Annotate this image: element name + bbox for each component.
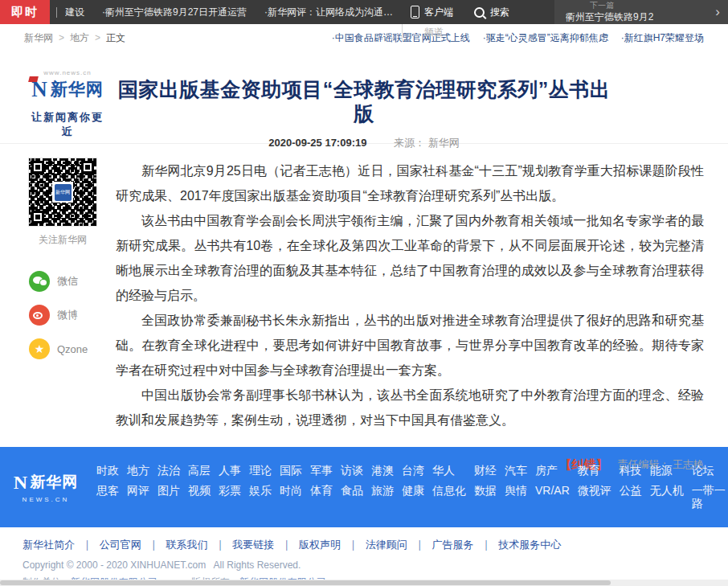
footer-nav-column: 时政思客: [96, 464, 119, 510]
site-logo[interactable]: www.news.cn N 新华网 让新闻离你更近: [26, 69, 109, 139]
footer-link-separator: ｜: [149, 538, 159, 552]
footer-link-separator: ｜: [415, 538, 425, 552]
footer-link[interactable]: 法律顾问: [366, 538, 407, 552]
horizontal-scrollbar-thumb[interactable]: [0, 580, 611, 585]
footer-logo-mark: N 新华网: [13, 472, 79, 494]
footer-nav-link[interactable]: 数据: [474, 484, 497, 498]
paragraph: 该丛书由中国教育学会副会长周洪宇领衔主编，汇聚了国内外教育相关领域一批知名专家学…: [116, 208, 704, 308]
footer-nav-link[interactable]: 理论: [249, 464, 272, 477]
divider: [56, 7, 57, 18]
footer-nav-column: 法治图片: [157, 464, 180, 510]
footer-nav-link[interactable]: 体育: [310, 484, 333, 498]
footer-nav-link[interactable]: 图片: [157, 484, 180, 498]
next-article-label: 下一篇: [590, 1, 653, 11]
client-label: 客户端: [424, 6, 453, 19]
next-article-title: 衢州至宁德铁路9月2: [566, 11, 653, 23]
ticker-item[interactable]: 建设: [65, 6, 84, 19]
footer-nav-column: 地方网评: [127, 464, 149, 510]
live-badge[interactable]: 即时: [0, 0, 50, 24]
footer-nav-link[interactable]: 食品: [341, 484, 363, 498]
footer-nav-link[interactable]: 汽车: [505, 464, 527, 477]
footer-nav-column: 理论娱乐: [249, 464, 272, 510]
footer-nav-link[interactable]: 视频: [188, 484, 211, 498]
footer-nav-link[interactable]: 健康: [402, 484, 424, 498]
footer-nav-link[interactable]: 论坛: [692, 464, 726, 477]
footer-nav-link[interactable]: 网评: [127, 484, 149, 498]
client-button[interactable]: 客户端: [411, 6, 453, 19]
share-qzone-button[interactable]: Qzone: [29, 338, 108, 359]
footer-link[interactable]: 广告服务: [431, 538, 473, 552]
qr-center: 新华网: [52, 182, 73, 203]
footer-nav-link[interactable]: 军事: [310, 464, 333, 477]
footer-nav-link[interactable]: 地方: [127, 464, 149, 477]
footer-link[interactable]: 公司官网: [100, 538, 141, 552]
footer-nav-column: 能源无人机: [650, 464, 684, 510]
footer-nav-link[interactable]: 公益: [620, 484, 642, 498]
headline-link[interactable]: ·新红旗H7荣耀登场: [621, 31, 704, 45]
footer-nav-link[interactable]: 访谈: [341, 464, 363, 477]
share-weibo-button[interactable]: 微博: [29, 305, 108, 326]
footer-nav-link[interactable]: 时政: [96, 464, 119, 477]
footer-nav-link[interactable]: 科技: [620, 464, 642, 477]
footer-nav-link[interactable]: 港澳: [371, 464, 394, 477]
share-wechat-button[interactable]: 微信: [29, 271, 108, 292]
article-body: 新华网北京9月25日电（记者王志艳）近日，国家社科基金“十三五”规划教育学重大招…: [108, 158, 704, 447]
footer-logo[interactable]: N 新华网 NEWS.CN: [13, 472, 79, 503]
footer-nav-link[interactable]: 彩票: [219, 484, 241, 498]
share-label: 微信: [57, 274, 78, 289]
next-article-text: 下一篇 衢州至宁德铁路9月2: [566, 1, 653, 23]
next-article-button[interactable]: 下一篇 衢州至宁德铁路9月2 ›: [554, 0, 728, 24]
footer-link[interactable]: 我要链接: [232, 538, 274, 552]
footer-link[interactable]: 联系我们: [166, 538, 207, 552]
footer-nav-column: 华人信息化: [432, 464, 466, 510]
channel-menu-item[interactable]: 频道: [402, 24, 444, 41]
breadcrumb-home[interactable]: 新华网: [24, 31, 53, 45]
footer-nav-link[interactable]: 时尚: [280, 484, 302, 498]
footer-nav-link[interactable]: 高层: [188, 464, 211, 477]
footer-nav-column: 教育微视评: [578, 464, 611, 510]
footer-nav-link[interactable]: 法治: [157, 464, 180, 477]
footer-nav-link[interactable]: 无人机: [650, 484, 684, 498]
share-label: Qzone: [57, 343, 88, 355]
footer-nav-link[interactable]: 台湾: [402, 464, 424, 477]
footer-nav-link[interactable]: 信息化: [432, 484, 466, 498]
footer-nav-link[interactable]: 思客: [96, 484, 119, 498]
breadcrumb-section[interactable]: 地方: [70, 31, 89, 45]
source-label: 来源：: [394, 137, 425, 149]
footer-link[interactable]: 新华社简介: [22, 538, 75, 552]
footer-link-separator: ｜: [481, 538, 491, 552]
search-button[interactable]: 搜索: [474, 6, 509, 19]
footer-nav-link[interactable]: 舆情: [505, 484, 527, 498]
footer-link-separator: ｜: [348, 538, 358, 552]
footer-nav-column: 国际时尚: [280, 464, 302, 510]
weibo-icon: [29, 305, 50, 326]
footer-link[interactable]: 技术服务中心: [498, 538, 561, 552]
footer-nav-link[interactable]: 人事: [219, 464, 241, 477]
qr-finder-icon: [31, 211, 44, 223]
footer-nav-link[interactable]: 财经: [474, 464, 497, 477]
headline-link[interactable]: ·驱走“心灵感冒”远离抑郁焦虑: [483, 31, 608, 45]
breadcrumb-separator: >: [59, 32, 64, 43]
ticker-item[interactable]: ·衢州至宁德铁路9月27日开通运营: [102, 6, 247, 19]
source-name[interactable]: 新华网: [428, 137, 460, 149]
footer-nav-link[interactable]: 一带一路: [692, 484, 726, 511]
footer-link-separator: ｜: [215, 538, 225, 552]
footer-nav-link[interactable]: 国际: [280, 464, 302, 477]
footer-nav-link[interactable]: 华人: [432, 464, 466, 477]
footer-nav-link[interactable]: 娱乐: [249, 484, 272, 498]
footer-nav-link[interactable]: 能源: [650, 464, 684, 477]
headline-link[interactable]: ·中国食品辟谣联盟官网正式上线: [332, 31, 470, 45]
footer-nav-link[interactable]: 教育: [578, 464, 611, 477]
breadcrumb-separator: >: [95, 32, 100, 43]
article-content: 新华网 关注新华网 微信 微博 Qzone 新华网北京9月25: [0, 144, 728, 447]
footer-nav-link[interactable]: VR/AR: [535, 484, 570, 498]
ticker-item[interactable]: ·新华网评：让网络成为沟通…: [264, 6, 393, 19]
footer-nav-link[interactable]: 房产: [535, 464, 570, 477]
footer-nav-link[interactable]: 旅游: [371, 484, 394, 498]
footer-link[interactable]: 版权声明: [299, 538, 341, 552]
footer-nav: 时政思客 地方网评 法治图片 高层视频 人事彩票 理论娱乐 国际时尚 军事体育 …: [96, 464, 726, 510]
breadcrumb-current: 正文: [106, 31, 125, 45]
search-icon: [474, 7, 485, 18]
footer-nav-link[interactable]: 微视评: [578, 484, 611, 498]
footer-nav-column: 论坛一带一路: [692, 464, 726, 510]
